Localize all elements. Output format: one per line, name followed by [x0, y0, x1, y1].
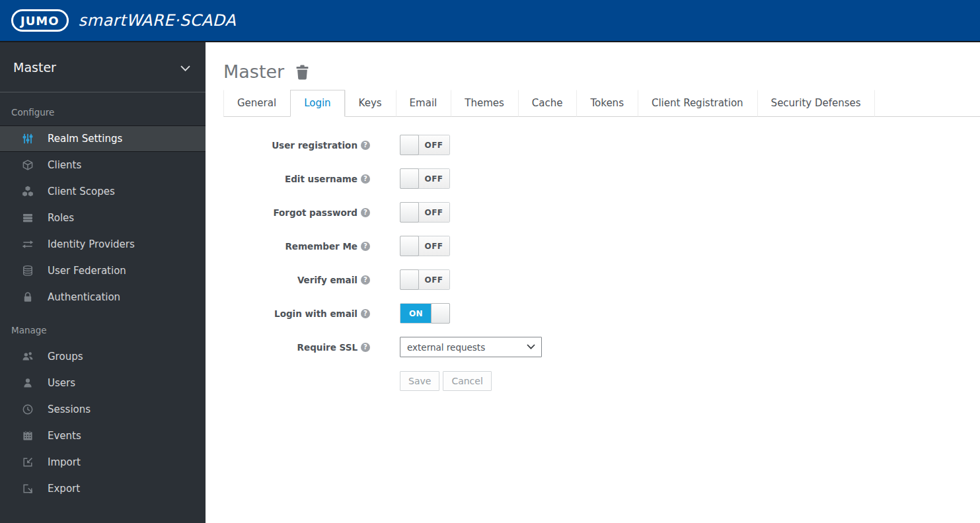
sliders-icon — [22, 133, 34, 145]
toggle-state-label: OFF — [418, 169, 449, 188]
sidebar-item-label: Realm Settings — [48, 133, 122, 145]
help-icon[interactable]: ? — [361, 174, 370, 184]
field-label: Require SSL? — [223, 342, 370, 353]
login-settings-form: User registration?OFFEdit username?OFFFo… — [223, 135, 980, 391]
tab-general[interactable]: General — [223, 90, 290, 117]
tab-security-defenses[interactable]: Security Defenses — [757, 90, 875, 117]
sidebar-item-clients[interactable]: Clients — [0, 152, 206, 178]
sidebar-section: ConfigureRealm SettingsClientsClient Sco… — [0, 92, 206, 310]
help-icon[interactable]: ? — [361, 275, 370, 285]
help-icon[interactable]: ? — [361, 208, 370, 217]
sidebar: Master ConfigureRealm SettingsClientsCli… — [0, 42, 206, 523]
sidebar-item-label: Groups — [48, 351, 83, 363]
sidebar-item-identity-providers[interactable]: Identity Providers — [0, 231, 206, 258]
sidebar-item-label: Roles — [48, 212, 74, 224]
field-control: external requests — [400, 337, 542, 357]
sidebar-item-label: Export — [48, 483, 80, 495]
toggle-knob — [400, 202, 419, 223]
tab-client-registration[interactable]: Client Registration — [638, 90, 757, 117]
realm-selector[interactable]: Master — [0, 42, 206, 92]
brand-title: smartWARE·SCADA — [79, 11, 237, 30]
login-with-email-toggle[interactable]: ON — [400, 303, 450, 324]
field-label-text: Verify email — [297, 275, 358, 285]
save-button[interactable]: Save — [400, 371, 439, 391]
calendar-icon — [22, 430, 34, 442]
edit-username-toggle[interactable]: OFF — [400, 168, 450, 189]
sidebar-item-user-federation[interactable]: User Federation — [0, 258, 206, 284]
sidebar-item-realm-settings[interactable]: Realm Settings — [0, 125, 206, 152]
toggle-state-label: OFF — [418, 270, 449, 289]
help-icon[interactable]: ? — [361, 141, 370, 150]
toggle-knob — [400, 236, 419, 256]
toggle-knob — [400, 135, 419, 155]
field-label-text: Edit username — [285, 174, 358, 184]
form-row: Login with email?ON — [223, 303, 980, 324]
field-control: OFF — [400, 236, 450, 256]
require-ssl-select[interactable]: external requests — [400, 337, 542, 357]
sidebar-item-roles[interactable]: Roles — [0, 205, 206, 231]
field-control: OFF — [400, 168, 450, 189]
field-control: ON — [400, 303, 450, 324]
remember-me-toggle[interactable]: OFF — [400, 236, 450, 256]
field-label-text: Forgot password — [273, 207, 358, 218]
tab-themes[interactable]: Themes — [451, 90, 518, 117]
toggle-state-label: ON — [400, 304, 432, 323]
toggle-knob — [431, 303, 450, 324]
tab-keys[interactable]: Keys — [345, 90, 396, 117]
field-control: OFF — [400, 269, 450, 290]
realm-selector-label: Master — [13, 60, 56, 75]
page-title-row: Master — [223, 59, 980, 85]
sidebar-item-label: Sessions — [48, 403, 91, 415]
sidebar-item-label: User Federation — [48, 265, 126, 277]
sidebar-item-client-scopes[interactable]: Client Scopes — [0, 178, 206, 205]
forgot-password-toggle[interactable]: OFF — [400, 202, 450, 223]
tab-tokens[interactable]: Tokens — [576, 90, 638, 117]
sidebar-item-sessions[interactable]: Sessions — [0, 396, 206, 423]
tab-email[interactable]: Email — [396, 90, 451, 117]
lock-icon — [22, 291, 34, 303]
sidebar-section-label: Manage — [0, 310, 206, 343]
cancel-button[interactable]: Cancel — [443, 371, 491, 391]
clock-icon — [22, 403, 34, 415]
sidebar-item-events[interactable]: Events — [0, 423, 206, 449]
realm-tabs: GeneralLoginKeysEmailThemesCacheTokensCl… — [223, 90, 980, 117]
sidebar-item-label: Client Scopes — [48, 186, 115, 197]
field-label-text: Remember Me — [285, 241, 358, 252]
toggle-knob — [400, 168, 419, 189]
toggle-state-label: OFF — [418, 203, 449, 222]
trash-icon[interactable] — [295, 65, 309, 81]
sidebar-item-import[interactable]: Import — [0, 449, 206, 475]
sidebar-item-authentication[interactable]: Authentication — [0, 284, 206, 310]
tab-login[interactable]: Login — [290, 90, 344, 117]
verify-email-toggle[interactable]: OFF — [400, 269, 450, 290]
select-wrap: external requests — [400, 337, 542, 357]
export-icon — [22, 483, 34, 495]
users-icon — [22, 351, 34, 363]
form-row: Edit username?OFF — [223, 168, 980, 189]
help-icon[interactable]: ? — [361, 309, 370, 318]
user-registration-toggle[interactable]: OFF — [400, 135, 450, 155]
field-label: Forgot password? — [223, 207, 370, 218]
form-row: Remember Me?OFF — [223, 236, 980, 256]
help-icon[interactable]: ? — [361, 343, 370, 352]
sidebar-item-users[interactable]: Users — [0, 370, 206, 396]
field-label: Edit username? — [223, 174, 370, 184]
sidebar-item-label: Identity Providers — [48, 238, 135, 250]
field-control: OFF — [400, 135, 450, 155]
help-icon[interactable]: ? — [361, 242, 370, 251]
toggle-state-label: OFF — [418, 135, 449, 155]
app-header: JUMO smartWARE·SCADA — [0, 0, 980, 42]
user-icon — [22, 377, 34, 389]
toggle-knob — [400, 269, 419, 290]
field-label: User registration? — [223, 140, 370, 151]
form-row: Forgot password?OFF — [223, 202, 980, 223]
sidebar-item-label: Authentication — [48, 291, 120, 303]
field-label: Remember Me? — [223, 241, 370, 252]
field-control: OFF — [400, 202, 450, 223]
sidebar-item-export[interactable]: Export — [0, 475, 206, 502]
sidebar-item-groups[interactable]: Groups — [0, 343, 206, 370]
tab-cache[interactable]: Cache — [518, 90, 577, 117]
field-label-text: Login with email — [274, 308, 358, 319]
page-title: Master — [223, 59, 284, 85]
field-label-text: Require SSL — [297, 342, 358, 353]
